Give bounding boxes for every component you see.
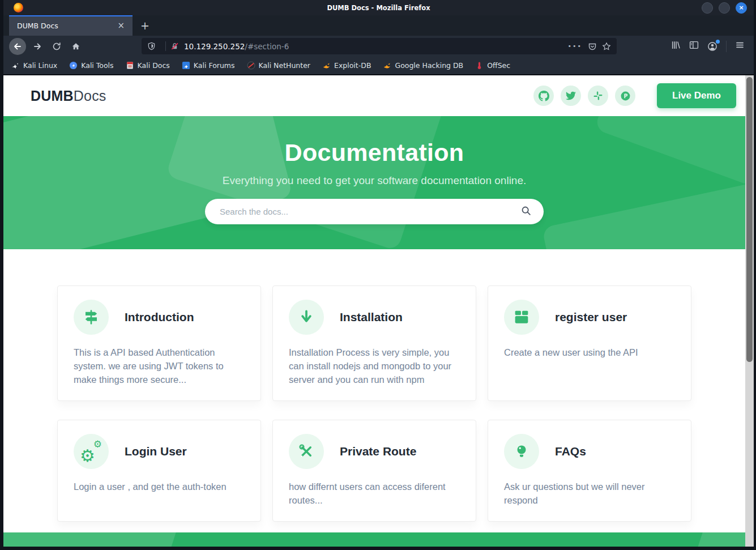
footer-decor-shape bbox=[3, 532, 177, 547]
site-header: DUMBDocs Live Demo bbox=[3, 75, 745, 116]
home-icon bbox=[71, 42, 80, 51]
bookmark-kali-linux[interactable]: Kali Linux bbox=[11, 61, 57, 70]
lightbulb-icon bbox=[504, 434, 539, 469]
google-hacking-db-icon bbox=[383, 61, 391, 70]
card-register-user[interactable]: register user Create a new user using th… bbox=[488, 285, 691, 401]
search-icon[interactable] bbox=[521, 206, 531, 218]
card-title: Introduction bbox=[125, 310, 194, 324]
library-icon[interactable] bbox=[671, 40, 681, 52]
card-private-route[interactable]: Private Route how differnt users can acc… bbox=[272, 420, 476, 522]
window-title: DUMB Docs - Mozilla Firefox bbox=[3, 4, 754, 12]
slack-icon bbox=[593, 91, 603, 101]
bookmark-exploit-db[interactable]: Exploit-DB bbox=[322, 61, 371, 70]
kali-tools-icon bbox=[69, 61, 78, 70]
minimize-button[interactable] bbox=[702, 2, 713, 14]
bookmark-offsec[interactable]: OffSec bbox=[475, 61, 510, 70]
menu-hamburger-icon[interactable] bbox=[735, 40, 745, 52]
footer-strip bbox=[3, 532, 745, 547]
bookmark-kali-nethunter[interactable]: Kali NetHunter bbox=[247, 61, 310, 70]
hero-subtitle: Everything you need to get your software… bbox=[3, 174, 745, 187]
shield-icon[interactable] bbox=[147, 42, 156, 50]
bookmark-kali-tools[interactable]: Kali Tools bbox=[69, 61, 113, 70]
card-body: This is a API based Authentication syste… bbox=[74, 346, 245, 387]
card-title: Private Route bbox=[340, 445, 416, 458]
bookmarks-bar: Kali Linux Kali Tools Kali Docs Kali For… bbox=[3, 57, 754, 75]
bookmark-star-icon[interactable] bbox=[602, 42, 611, 51]
browser-window: DUMB Docs - Mozilla Firefox × DUMB Docs … bbox=[0, 0, 756, 550]
tab-close-icon[interactable]: × bbox=[115, 20, 127, 31]
titlebar: DUMB Docs - Mozilla Firefox × bbox=[3, 0, 754, 15]
tab-dumb-docs[interactable]: DUMB Docs × bbox=[9, 15, 133, 36]
toolbar-divider bbox=[726, 41, 727, 52]
live-demo-button[interactable]: Live Demo bbox=[657, 83, 736, 108]
card-title: Installation bbox=[340, 310, 403, 324]
reload-icon bbox=[52, 42, 61, 51]
slack-link[interactable] bbox=[588, 86, 608, 106]
open-box-icon bbox=[504, 300, 539, 335]
tab-bar: DUMB Docs × + bbox=[3, 15, 754, 36]
navigation-toolbar: 10.129.250.252/#section-6 ••• bbox=[3, 36, 754, 57]
kali-linux-icon bbox=[11, 61, 20, 70]
docs-card-grid: Introduction This is a API based Authent… bbox=[57, 285, 691, 522]
back-arrow-icon bbox=[13, 42, 22, 51]
card-body: Ask ur questions but we will never respo… bbox=[504, 480, 675, 508]
download-icon bbox=[289, 300, 324, 335]
github-link[interactable] bbox=[533, 86, 554, 106]
card-installation[interactable]: Installation Installation Process is ver… bbox=[272, 285, 476, 401]
card-body: how differnt users can access diferent r… bbox=[289, 480, 460, 508]
twitter-icon bbox=[566, 91, 576, 101]
page-actions-icon[interactable]: ••• bbox=[568, 42, 582, 50]
scrollbar-thumb[interactable] bbox=[746, 77, 753, 362]
card-title: Login User bbox=[125, 445, 187, 458]
card-body: Create a new user using the API bbox=[504, 346, 675, 360]
github-icon bbox=[539, 91, 549, 101]
card-body: Login a user , and get the auth-token bbox=[74, 480, 245, 494]
url-path: /#section-6 bbox=[245, 42, 289, 51]
account-icon[interactable] bbox=[707, 41, 717, 52]
product-hunt-icon bbox=[620, 91, 631, 101]
maximize-button[interactable] bbox=[719, 2, 730, 14]
card-title: register user bbox=[555, 310, 627, 324]
card-body: Installation Process is very simple, you… bbox=[289, 346, 460, 387]
site-logo[interactable]: DUMBDocs bbox=[31, 88, 106, 104]
pocket-icon[interactable] bbox=[588, 42, 597, 51]
footer-decor-shape bbox=[696, 532, 745, 547]
web-page: DUMBDocs Live Demo bbox=[3, 75, 745, 547]
urlbar-divider bbox=[165, 41, 166, 51]
card-faqs[interactable]: FAQs Ask ur questions but we will never … bbox=[488, 420, 691, 522]
card-login-user[interactable]: ⚙⚙ Login User Login a user , and get the… bbox=[57, 420, 261, 522]
hero-section: Documentation Everything you need to get… bbox=[3, 116, 745, 249]
tab-label: DUMB Docs bbox=[17, 22, 115, 30]
search-input[interactable] bbox=[220, 207, 521, 216]
reload-button[interactable] bbox=[49, 39, 65, 54]
bookmark-kali-docs[interactable]: Kali Docs bbox=[126, 61, 170, 70]
home-button[interactable] bbox=[68, 39, 84, 54]
product-hunt-link[interactable] bbox=[615, 86, 635, 106]
bookmark-google-hacking-db[interactable]: Google Hacking DB bbox=[383, 61, 463, 70]
card-title: FAQs bbox=[555, 445, 586, 458]
hero-title: Documentation bbox=[3, 116, 745, 167]
exploit-db-icon bbox=[322, 61, 331, 70]
card-introduction[interactable]: Introduction This is a API based Authent… bbox=[57, 285, 261, 401]
kali-nethunter-icon bbox=[247, 61, 255, 70]
bookmark-kali-forums[interactable]: Kali Forums bbox=[182, 61, 235, 70]
docs-search-box[interactable] bbox=[205, 199, 544, 224]
back-button[interactable] bbox=[9, 38, 26, 55]
kali-docs-icon bbox=[126, 61, 134, 70]
url-bar[interactable]: 10.129.250.252/#section-6 ••• bbox=[142, 38, 617, 54]
insecure-lock-icon[interactable] bbox=[170, 42, 179, 50]
page-scrollbar[interactable] bbox=[745, 75, 754, 547]
new-tab-button[interactable]: + bbox=[133, 15, 157, 36]
kali-forums-icon bbox=[182, 61, 190, 70]
twitter-link[interactable] bbox=[561, 86, 581, 106]
url-host: 10.129.250.252 bbox=[184, 42, 245, 51]
forward-button[interactable] bbox=[29, 39, 45, 54]
notification-dot bbox=[716, 40, 720, 44]
signpost-icon bbox=[74, 300, 109, 335]
sidebar-icon[interactable] bbox=[689, 40, 699, 52]
tools-icon bbox=[289, 434, 324, 469]
gears-icon: ⚙⚙ bbox=[74, 434, 109, 469]
forward-arrow-icon bbox=[33, 42, 42, 51]
offsec-icon bbox=[475, 61, 484, 70]
close-button[interactable]: × bbox=[736, 2, 747, 14]
